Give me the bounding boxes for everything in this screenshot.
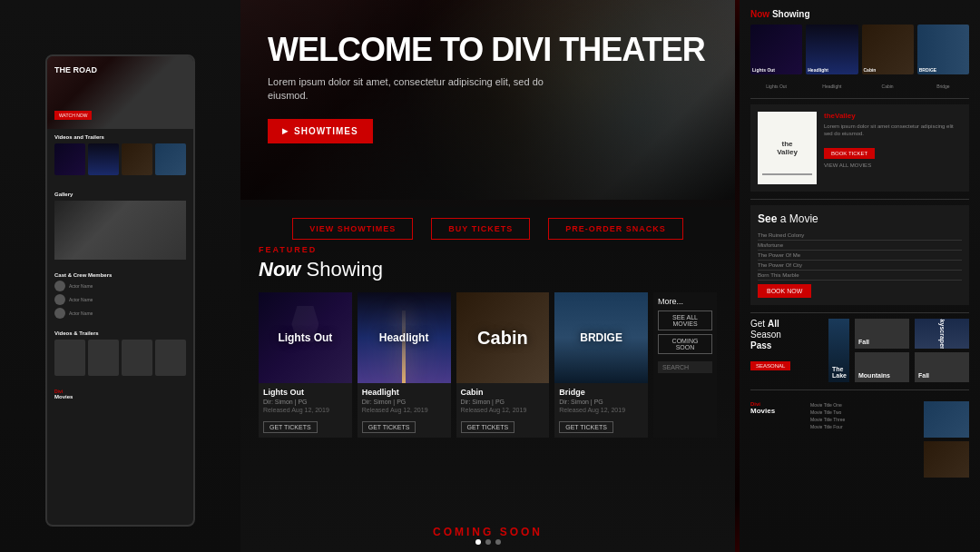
valley-book-text: theValley <box>777 140 798 156</box>
mobile-thumb-1 <box>54 143 85 175</box>
right-thumb-label-bridge: BRDIGE <box>919 67 936 73</box>
get-tickets-bridge[interactable]: GET TICKETS <box>559 421 613 433</box>
slider-dots <box>475 539 501 545</box>
right-movie-title2-2: Headlight <box>806 82 858 91</box>
buy-tickets-button[interactable]: BUY TICKETS <box>431 218 530 240</box>
season-thumb-skyscrapers: Skyscrapers <box>915 319 969 349</box>
search-input[interactable] <box>658 361 712 373</box>
hero-subtitle: Lorem ipsum dolor sit amet, consectetur … <box>268 75 558 104</box>
more-panel: More... SEE ALL MOVIES COMING SOON <box>653 292 717 438</box>
get-tickets-lights-out[interactable]: GET TICKETS <box>263 421 318 433</box>
now-showing-bold: Now <box>259 258 300 281</box>
hero-content: WELCOME TO DIVI THEATER Lorem ipsum dolo… <box>268 32 705 143</box>
season-pass-section: Get All Season Pass SEASONAL The Lake Fa… <box>750 319 969 382</box>
action-row: VIEW SHOWTIMES BUY TICKETS PRE-ORDER SNA… <box>240 207 735 251</box>
mobile-now-card-4 <box>155 340 186 376</box>
mobile-gallery-title: Gallery <box>54 192 186 197</box>
poster-text-lights-out: Lights Out <box>259 292 352 383</box>
dot-1[interactable] <box>475 539 481 545</box>
showtimes-button[interactable]: SHOWTIMES <box>268 119 373 143</box>
season-thumb-fall: Fall <box>855 319 909 349</box>
season-thumb-text-fall-right: Fall <box>918 372 929 379</box>
movie-info-headlight: Headlight Dir: Simon | PG Released Aug 1… <box>358 383 451 438</box>
right-movie-title2-1: Lights Out <box>750 82 802 91</box>
right-movie-card2-4: Bridge <box>917 82 969 91</box>
movie-info-lights-out: Lights Out Dir: Simon | PG Released Aug … <box>259 383 352 438</box>
right-bottom-thumbs <box>924 401 969 478</box>
right-movie-card2-1: Lights Out <box>750 82 802 91</box>
movie-title-cabin: Cabin <box>461 388 545 397</box>
mobile-now-card-1 <box>54 340 85 376</box>
mobile-videos-title: Videos and Trailers <box>54 134 186 140</box>
valley-desc: Lorem ipsum dolor sit amet consectetur a… <box>824 123 962 138</box>
small-thumbs-col: Fall Mountains <box>855 319 909 382</box>
season-pass-title: Get All Season Pass <box>750 319 823 351</box>
movie-release-headlight: Released Aug 12, 2019 <box>362 407 446 413</box>
divider-3 <box>750 312 969 313</box>
divi-movies-list: Movie Title One Movie Title Two Movie Ti… <box>810 401 918 478</box>
skyscrapers-text: Skyscrapers <box>939 319 946 349</box>
movies-row: Lights Out Lights Out Dir: Simon | PG Re… <box>259 292 717 438</box>
right-now-showing: Now Showing Lights Out Headlight Cabin B… <box>750 9 969 91</box>
the-valley-section: theValley theValley Lorem ipsum dolor si… <box>750 104 969 192</box>
divider-1 <box>750 98 969 99</box>
mobile-preview: THE ROAD WATCH NOW Videos and Trailers G… <box>45 54 195 527</box>
mobile-gallery-image <box>54 201 186 260</box>
right-movies-grid: Lights Out Headlight Cabin BRDIGE <box>750 25 969 74</box>
poster-bridge: BRDIGE <box>554 292 648 383</box>
season-text: Season <box>750 330 781 340</box>
movie-info-bridge: Bridge Dir: Simon | PG Released Aug 12, … <box>554 383 648 438</box>
movie-info-cabin: Cabin Dir: Simon | PG Released Aug 12, 2… <box>456 383 550 438</box>
mobile-now-card-3 <box>122 340 152 376</box>
right-bottom-thumb-1 <box>924 401 969 438</box>
valley-view-all[interactable]: VIEW ALL MOVIES <box>824 163 962 168</box>
movie-release-cabin: Released Aug 12, 2019 <box>461 407 545 413</box>
mobile-hero-cta[interactable]: WATCH NOW <box>54 111 92 120</box>
coming-soon-button[interactable]: COMING SOON <box>658 334 712 354</box>
get-tickets-cabin[interactable]: GET TICKETS <box>461 421 515 433</box>
left-panel: THE ROAD WATCH NOW Videos and Trailers G… <box>0 0 240 552</box>
all-bold: All <box>768 319 779 329</box>
mobile-divi-section: Divi Movies <box>47 385 193 403</box>
right-movie-card2-3: Cabin <box>862 82 914 91</box>
see-movie-item-1: The Ruined Colony <box>758 231 962 241</box>
movie-release-lights-out: Released Aug 12, 2019 <box>263 407 348 413</box>
right-movie-card2-2: Headlight <box>806 82 858 91</box>
view-showtimes-button[interactable]: VIEW SHOWTIMES <box>292 218 413 240</box>
right-content: Now Showing Lights Out Headlight Cabin B… <box>740 0 980 492</box>
mobile-hero: THE ROAD WATCH NOW <box>47 56 193 129</box>
right-bottom-thumb-2 <box>924 441 969 478</box>
valley-cta-button[interactable]: BOOK TICKET <box>824 148 875 159</box>
season-thumb-fall-right: Fall <box>915 352 969 382</box>
mobile-videos2-title: Videos & Trailers <box>54 330 186 336</box>
now-showing-text: Showing <box>307 258 383 281</box>
see-movie-cta[interactable]: BOOK NOW <box>758 284 811 298</box>
small-thumbs-col-2: Skyscrapers Fall <box>915 319 969 382</box>
get-tickets-headlight[interactable]: GET TICKETS <box>362 421 416 433</box>
divi-movie-item-4: Movie Title Four <box>810 423 918 430</box>
see-movie-list: See a Movie The Ruined Colony Misfortune… <box>758 212 962 298</box>
movie-meta-bridge: Dir: Simon | PG <box>559 399 643 405</box>
right-now-label: Now <box>750 9 769 19</box>
mobile-cast-avatar-1 <box>54 281 65 291</box>
more-label: More... <box>658 297 712 306</box>
pre-order-snacks-button[interactable]: PRE-ORDER SNACKS <box>548 218 683 240</box>
right-movie-title2-3: Cabin <box>862 82 914 91</box>
right-thumb-label-head: Headlight <box>808 67 828 73</box>
right-thumb-label-cabin: Cabin <box>864 67 877 73</box>
right-thumb-cabin: Cabin <box>862 25 914 74</box>
right-now-showing-label: Now Showing <box>750 9 969 19</box>
see-all-movies-button[interactable]: SEE ALL MOVIES <box>658 310 712 330</box>
featured-label: FEATURED <box>259 245 717 254</box>
poster-headlight: Headlight <box>358 292 451 383</box>
mobile-now-card-2 <box>88 340 119 376</box>
dot-2[interactable] <box>485 539 491 545</box>
mobile-cast-row-2: Actor Name <box>54 294 186 305</box>
dot-3[interactable] <box>495 539 501 545</box>
valley-title: theValley <box>824 112 962 120</box>
mobile-divi-title: Movies <box>54 394 186 399</box>
mobile-cast-name-2: Actor Name <box>69 297 93 302</box>
mobile-videos-section: Videos and Trailers <box>47 129 193 186</box>
season-pass-badge: SEASONAL <box>750 361 790 370</box>
mobile-videos2-section: Videos & Trailers <box>47 325 193 381</box>
